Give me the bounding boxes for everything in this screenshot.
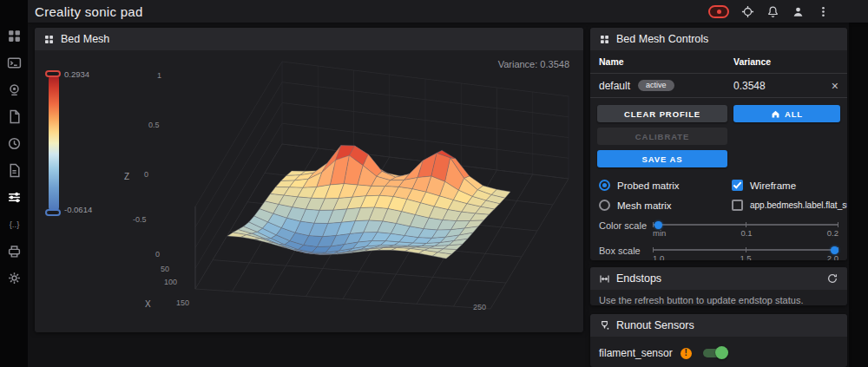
checkbox-unchecked-icon	[732, 200, 743, 211]
endstops-card: Endstops Use the refresh button to updat…	[590, 267, 847, 305]
runout-sensors-title: Runout Sensors	[616, 319, 694, 331]
nozzle-sensor-icon	[599, 320, 610, 331]
profiles-table-header: Name Variance	[590, 50, 847, 73]
notifications-bell-icon[interactable]	[766, 4, 779, 18]
warning-icon: !	[681, 348, 692, 359]
home-icon	[771, 109, 780, 119]
delete-profile-icon[interactable]: ×	[832, 80, 838, 92]
endstops-header: Endstops	[590, 267, 847, 290]
active-badge: active	[638, 80, 674, 91]
runout-sensors-card: Runout Sensors filament_sensor !	[590, 314, 847, 367]
color-scale-slider[interactable]: min0.10.2	[653, 220, 838, 240]
z-axis-tick: -0.5	[133, 215, 147, 224]
radio-unselected-icon	[599, 200, 610, 211]
checkbox-checked-icon	[732, 180, 743, 191]
x-axis-tick: 100	[164, 278, 177, 286]
z-axis-tick: 0	[144, 170, 148, 179]
color-scale-bar	[49, 74, 59, 213]
home-all-button[interactable]: ALL	[733, 105, 840, 122]
sidebar: {..}	[0, 0, 28, 367]
locate-icon[interactable]	[740, 4, 754, 18]
bed-mesh-card: Bed Mesh 0.2934 -0.0614 Variance: 0.3548…	[35, 28, 583, 332]
column-variance: Variance	[733, 56, 838, 67]
x-axis-tick: 150	[176, 298, 189, 307]
emergency-stop-button[interactable]	[708, 5, 729, 18]
bed-mesh-title: Bed Mesh	[61, 33, 109, 45]
scale-min-label: -0.0614	[64, 205, 92, 214]
z-axis-label: Z	[124, 172, 129, 181]
bed-mesh-controls-title: Bed Mesh Controls	[616, 33, 708, 45]
bed-mesh-card-header: Bed Mesh	[35, 28, 583, 50]
screen: Creality sonic pad	[0, 0, 868, 367]
radio-mesh-matrix[interactable]: Mesh matrix	[599, 196, 732, 214]
x-axis-tick: 50	[161, 265, 169, 273]
endstop-icon	[599, 273, 610, 285]
scale-max-marker	[45, 70, 61, 77]
sidebar-item-tune[interactable]	[7, 190, 22, 205]
bed-mesh-controls-card: Bed Mesh Controls Name Variance default …	[590, 28, 847, 260]
box-scale-label: Box scale	[599, 245, 653, 260]
emergency-stop-icon	[717, 10, 721, 14]
radio-mesh-label: Mesh matrix	[617, 200, 672, 211]
box-scale-ticks: 1.01.52.0	[653, 253, 838, 260]
right-gutter	[849, 23, 868, 367]
bed-mesh-controls-header: Bed Mesh Controls	[590, 28, 847, 50]
runout-sensor-row: filament_sensor !	[590, 337, 847, 359]
sensor-toggle[interactable]	[703, 347, 728, 359]
checkbox-wireframe[interactable]: Wireframe	[732, 176, 847, 194]
profile-name: default	[599, 80, 630, 92]
account-icon[interactable]	[791, 4, 805, 18]
refresh-icon[interactable]	[826, 272, 838, 285]
controls-buttons: CLEAR PROFILE ALL CALIBRATE SAVE AS	[590, 98, 847, 173]
app-bar-actions	[708, 4, 830, 18]
box-scale-row: Box scale 1.01.52.0	[590, 241, 847, 260]
z-axis-tick: 0.5	[148, 121, 160, 129]
x-axis-tick: 250	[473, 303, 486, 311]
endstops-message: Use the refresh button to update endstop…	[590, 290, 847, 311]
bed-mesh-plot[interactable]: 0.2934 -0.0614 Variance: 0.3548 1 0.5 0 …	[35, 50, 583, 332]
save-as-button[interactable]: SAVE AS	[597, 150, 727, 167]
radio-probed-matrix[interactable]: Probed matrix	[599, 176, 732, 194]
grid-icon	[599, 34, 610, 45]
bed-mesh-surface-plot[interactable]	[35, 50, 583, 332]
profile-variance: 0.3548	[733, 80, 832, 92]
scale-max-label: 0.2934	[64, 69, 89, 79]
flat-surface-label: app.bedmesh.label.flat_surface	[750, 200, 847, 210]
sidebar-item-settings-gear-icon[interactable]	[7, 271, 22, 285]
overflow-menu-icon[interactable]	[816, 4, 830, 18]
x-axis-label: X	[145, 299, 151, 309]
wireframe-label: Wireframe	[750, 180, 796, 191]
x-axis-tick: 0	[155, 250, 160, 259]
svg-text:{..}: {..}	[9, 220, 19, 229]
sidebar-item-dashboard[interactable]	[7, 29, 22, 43]
sidebar-item-history[interactable]	[7, 136, 22, 151]
checkbox-flat-surface[interactable]: app.bedmesh.label.flat_surface	[732, 196, 847, 214]
clear-profile-button[interactable]: CLEAR PROFILE	[597, 105, 727, 122]
color-scale-ticks: min0.10.2	[653, 228, 838, 238]
endstops-title: Endstops	[616, 272, 661, 285]
runout-sensors-header: Runout Sensors	[590, 314, 847, 337]
app-title: Creality sonic pad	[35, 4, 143, 19]
sidebar-item-jobs[interactable]	[7, 109, 22, 124]
radio-probed-label: Probed matrix	[617, 180, 680, 191]
matrix-options: Probed matrix Wireframe Mesh matrix app.…	[590, 173, 847, 216]
sidebar-item-camera[interactable]	[7, 82, 22, 97]
color-scale-label: Color scale	[599, 220, 653, 241]
box-scale-slider[interactable]: 1.01.52.0	[653, 245, 838, 260]
grid-icon	[43, 34, 55, 45]
app-bar: Creality sonic pad	[28, 0, 868, 23]
profile-row: default active 0.3548 ×	[590, 73, 847, 98]
radio-selected-icon	[599, 180, 610, 191]
calibrate-button[interactable]: CALIBRATE	[597, 128, 727, 145]
toggle-knob[interactable]	[715, 346, 728, 359]
sidebar-item-macros[interactable]: {..}	[7, 217, 22, 232]
column-name: Name	[599, 56, 733, 67]
sidebar-item-configure[interactable]	[7, 163, 22, 178]
sidebar-item-system[interactable]	[7, 244, 22, 259]
sensor-name: filament_sensor	[599, 347, 673, 359]
variance-label: Variance: 0.3548	[498, 59, 569, 69]
scale-min-marker	[45, 209, 61, 216]
sidebar-item-console[interactable]	[7, 56, 22, 70]
color-scale-row: Color scale min0.10.2	[590, 216, 847, 241]
z-axis-tick: 1	[157, 71, 161, 80]
